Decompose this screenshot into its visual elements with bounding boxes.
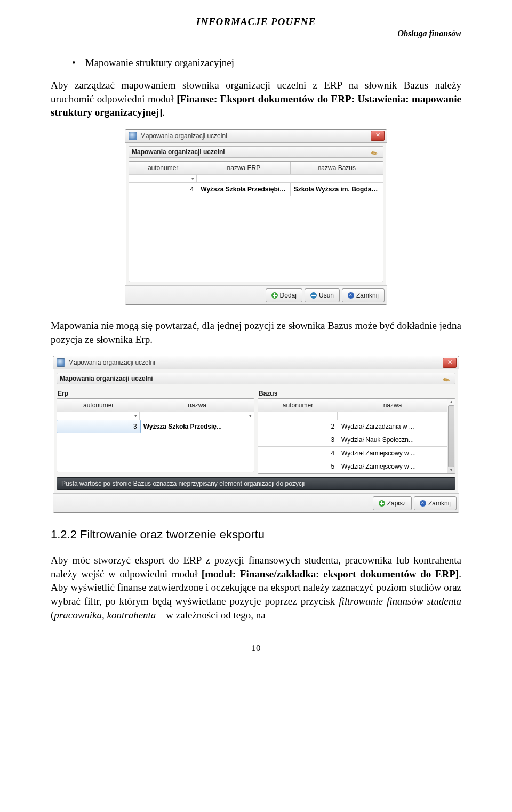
mapping-table: autonumer nazwa ERP nazwa Bazus ▾ 4 Wyżs…	[129, 161, 383, 282]
col-nazwa-bazus[interactable]: nazwa Bazus	[291, 162, 383, 174]
table-row[interactable]: 3 Wydział Nauk Społeczn...	[258, 433, 447, 447]
panel-title: Mapowania organizacji uczelni	[60, 375, 153, 382]
panel-header: Mapowania organizacji uczelni	[57, 373, 455, 384]
empty-area	[129, 196, 383, 282]
dialog-mapowania-2: Mapowania organizacji uczelni ✕ Mapowani…	[53, 356, 459, 513]
page-number: 10	[51, 643, 461, 654]
hint-banner: Pusta wartość po stronie Bazus oznacza n…	[57, 477, 455, 490]
button-bar: Dodaj Usuń Zamknij	[125, 285, 387, 304]
doc-header-subtitle: Obsługa finansów	[51, 29, 461, 38]
dialog-mapowania-1: Mapowania organizacji uczelni ✕ Mapowani…	[125, 129, 387, 305]
pane-bazus: Bazus autonumer nazwa	[258, 388, 455, 474]
panel-title: Mapowania organizacji uczelni	[132, 148, 225, 156]
bullet-item: • Mapowanie struktury organizacyjnej	[72, 57, 461, 69]
save-icon	[379, 500, 385, 507]
table-row[interactable]: 4 Wydział Zamiejscowy w ...	[258, 447, 447, 460]
paragraph-3: Aby móc stworzyć eksport do ERP z pozycj…	[51, 553, 461, 622]
pane-erp: Erp autonumer nazwa ▾ ▾	[57, 388, 254, 474]
table-header-row: autonumer nazwa	[57, 399, 254, 412]
edit-icon[interactable]	[442, 373, 454, 384]
app-icon	[129, 132, 137, 140]
close-round-icon	[420, 500, 426, 507]
filter-row[interactable]: ▾	[129, 175, 383, 183]
section-heading-122: 1.2.2 Filtrowanie oraz tworzenie eksport…	[51, 528, 461, 542]
add-button[interactable]: Dodaj	[266, 288, 302, 302]
app-icon	[57, 358, 65, 367]
table-row[interactable]: 5 Wydział Zamiejscowy w ...	[258, 460, 447, 473]
col-autonumer[interactable]: autonumer	[258, 399, 338, 412]
col-autonumer[interactable]: autonumer	[129, 162, 197, 174]
col-nazwa[interactable]: nazwa	[140, 399, 254, 412]
close-round-icon	[348, 292, 354, 299]
window-titlebar[interactable]: Mapowania organizacji uczelni ✕	[53, 356, 459, 369]
close-icon[interactable]: ✕	[443, 358, 457, 368]
bazus-table: autonumer nazwa 2 Wydział Zarządzania w	[258, 399, 447, 473]
doc-header-title: INFORMACJE POUFNE	[51, 16, 461, 28]
col-nazwa[interactable]: nazwa	[338, 399, 447, 412]
scroll-down-icon[interactable]: ▾	[450, 468, 452, 473]
paragraph-1: Aby zarządzać mapowaniem słownika organi…	[51, 78, 461, 119]
minus-icon	[310, 292, 317, 299]
scroll-thumb[interactable]	[448, 405, 454, 467]
table-header-row: autonumer nazwa	[258, 399, 447, 412]
table-row[interactable]: 2 Wydział Zarządzania w ...	[258, 420, 447, 433]
window-title: Mapowania organizacji uczelni	[140, 132, 371, 140]
col-autonumer[interactable]: autonumer	[57, 399, 140, 412]
filter-row[interactable]: ▾ ▾	[57, 412, 254, 420]
col-nazwa-erp[interactable]: nazwa ERP	[197, 162, 290, 174]
add-icon	[271, 292, 278, 299]
scroll-up-icon[interactable]: ▴	[450, 399, 452, 405]
doc-header-rule	[51, 41, 461, 41]
window-title: Mapowania organizacji uczelni	[68, 359, 443, 366]
table-row[interactable]: 3 Wyższa Szkoła Przedsię...	[57, 420, 254, 433]
pane-label-erp: Erp	[58, 390, 254, 397]
erp-table: autonumer nazwa ▾ ▾ 3 Wyższa Szkoła Prze…	[57, 399, 254, 472]
table-row[interactable]: 4 Wyższa Szkoła Przedsiębior... Szkoła W…	[129, 183, 383, 196]
filter-row[interactable]	[258, 412, 447, 420]
panel-header: Mapowania organizacji uczelni	[129, 146, 383, 158]
pane-label-bazus: Bazus	[259, 390, 455, 397]
paragraph-2: Mapowania nie mogą się powtarzać, dla je…	[51, 319, 461, 346]
button-bar: Zapisz Zamknij	[53, 493, 459, 512]
delete-button[interactable]: Usuń	[305, 288, 340, 302]
edit-icon[interactable]	[370, 146, 382, 158]
empty-area	[57, 433, 254, 472]
doc-header: INFORMACJE POUFNE Obsługa finansów	[51, 16, 461, 41]
close-button[interactable]: Zamknij	[342, 288, 385, 302]
table-header-row: autonumer nazwa ERP nazwa Bazus	[129, 162, 383, 175]
scrollbar[interactable]: ▴ ▾	[447, 399, 455, 473]
close-button[interactable]: Zamknij	[414, 496, 457, 510]
close-icon[interactable]: ✕	[371, 131, 385, 141]
bullet-text: Mapowanie struktury organizacyjnej	[85, 57, 234, 68]
bullet-icon: •	[72, 57, 83, 69]
save-button[interactable]: Zapisz	[373, 496, 412, 510]
window-titlebar[interactable]: Mapowania organizacji uczelni ✕	[125, 130, 387, 143]
